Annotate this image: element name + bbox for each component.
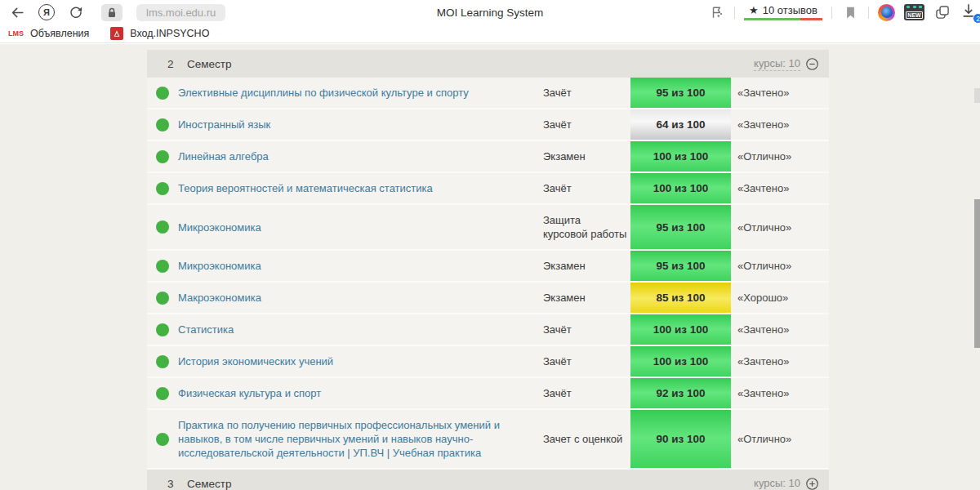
status-cell (147, 251, 178, 281)
grade-text: «Отлично» (731, 141, 829, 172)
course-name-cell: Теория вероятностей и математическая ста… (178, 173, 543, 203)
status-cell (147, 78, 178, 108)
course-row: История экономических учений Зачёт 100 и… (147, 346, 829, 378)
status-cell (147, 173, 178, 203)
course-link[interactable]: Практика по получению первичных професси… (178, 418, 523, 460)
score-badge: 100 из 100 (630, 173, 731, 203)
grade-text: «Зачтено» (731, 378, 829, 408)
course-name-cell: Микроэкономика (178, 251, 543, 281)
course-name-cell: Элективные дисциплины по физической куль… (178, 78, 543, 108)
score-badge: 100 из 100 (630, 314, 731, 345)
status-cell (147, 378, 178, 408)
expand-section-icon[interactable] (805, 477, 819, 490)
course-row: Линейная алгебра Экзамен 100 из 100 «Отл… (147, 141, 829, 173)
course-name-cell: Физическая культура и спорт (178, 378, 543, 408)
bookmark-flag-button[interactable] (841, 3, 859, 21)
bookmark-icon (844, 6, 857, 20)
course-name-cell: Иностранный язык (178, 109, 543, 140)
course-row: Статистика Зачёт 100 из 100 «Зачтено» (147, 314, 829, 346)
course-link[interactable]: Статистика (178, 323, 234, 336)
extension-video-new-icon[interactable]: NEW (904, 4, 924, 20)
grade-text: «Зачтено» (731, 109, 829, 140)
score-badge: 100 из 100 (630, 346, 731, 376)
grade-text: «Зачтено» (731, 173, 829, 203)
assessment-type: Зачёт (543, 78, 630, 108)
status-cell (147, 205, 178, 249)
scrollbar-top-segment[interactable] (974, 88, 980, 103)
course-link[interactable]: Иностранный язык (178, 118, 270, 131)
back-button[interactable] (8, 3, 26, 21)
bookmark-item-announcements[interactable]: LMS Объявления (8, 28, 89, 39)
course-link[interactable]: История экономических учений (178, 354, 333, 368)
status-dot-icon (156, 260, 169, 273)
status-cell (147, 283, 178, 313)
semester-grades-panel: 2 Семестр курсы: 10 Элективные дисциплин… (147, 50, 829, 490)
grade-text: «Отлично» (731, 205, 829, 249)
course-name-cell: История экономических учений (178, 346, 543, 376)
status-dot-icon (156, 292, 169, 305)
assessment-type: Экзамен (543, 141, 630, 172)
semester-title: Семестр (187, 58, 754, 70)
new-badge: NEW (906, 11, 922, 19)
yandex-logo-icon: Я (38, 4, 55, 20)
course-link[interactable]: Элективные дисциплины по физической куль… (178, 86, 469, 100)
collapse-section-icon[interactable] (805, 57, 819, 71)
course-link[interactable]: Макроэкономика (178, 291, 261, 305)
status-dot-icon (156, 355, 169, 368)
assessment-type: Зачёт (543, 173, 630, 203)
score-badge: 100 из 100 (630, 141, 731, 172)
score-badge: 92 из 100 (630, 378, 731, 408)
courses-count-link[interactable]: курсы: 10 (754, 57, 800, 71)
bookmarks-bar: LMS Объявления Вход.INPSYCHO (0, 24, 980, 43)
status-dot-icon (156, 387, 169, 400)
status-dot-icon (156, 87, 169, 100)
toolbar-separator (734, 7, 735, 19)
lms-page: 2 Семестр курсы: 10 Элективные дисциплин… (0, 44, 980, 490)
downloads-button[interactable]: 2 (960, 2, 980, 22)
reviews-count: 10 отзывов (763, 4, 817, 16)
semester-number: 3 (167, 478, 179, 490)
course-name-cell: Микроэкономика (178, 205, 543, 249)
grade-text: «Зачтено» (731, 78, 829, 108)
semester-number: 2 (167, 58, 179, 70)
yandex-menu-button[interactable]: Я (38, 3, 56, 21)
tabs-button[interactable] (933, 3, 951, 21)
course-link[interactable]: Линейная алгебра (178, 149, 269, 163)
score-badge: 85 из 100 (630, 283, 731, 313)
course-row: Теория вероятностей и математическая ста… (147, 173, 829, 205)
course-row: Физическая культура и спорт Зачёт 92 из … (147, 378, 829, 410)
lms-favicon-icon: LMS (8, 29, 24, 38)
course-link[interactable]: Теория вероятностей и математическая ста… (178, 181, 433, 195)
star-icon: ★ (749, 4, 759, 16)
course-name-cell: Статистика (178, 314, 543, 345)
status-dot-icon (156, 118, 169, 131)
bookmark-item-inpsycho[interactable]: Вход.INPSYCHO (110, 27, 209, 40)
toolbar-separator (868, 7, 869, 19)
score-badge: 95 из 100 (630, 205, 731, 249)
extension-color-sphere-icon[interactable] (878, 4, 895, 21)
course-row: Микроэкономика Защита курсовой работы 95… (147, 205, 829, 251)
score-badge: 90 из 100 (630, 410, 731, 468)
grade-text: «Хорошо» (731, 283, 829, 313)
assessment-type: Зачёт (543, 314, 630, 345)
status-cell (147, 346, 178, 376)
score-badge: 95 из 100 (630, 78, 731, 108)
address-bar[interactable]: lms.moi.edu.ru (136, 4, 225, 21)
course-link[interactable]: Физическая культура и спорт (178, 386, 321, 400)
courses-count-link[interactable]: курсы: 10 (754, 477, 800, 490)
scrollbar-thumb[interactable] (974, 199, 980, 348)
reviews-rating-bar (744, 18, 822, 20)
assessment-type: Зачёт (543, 109, 630, 140)
refresh-button[interactable] (67, 3, 85, 21)
downloads-count-badge: 2 (973, 13, 980, 24)
grade-text: «Отлично» (731, 251, 829, 281)
course-name-cell: Практика по получению первичных професси… (178, 410, 543, 468)
course-link[interactable]: Микроэкономика (178, 259, 261, 273)
semester-header-2: 2 Семестр курсы: 10 (147, 50, 829, 78)
ssl-lock-button[interactable] (101, 4, 122, 21)
site-reviews-button[interactable]: ★ 10 отзывов (744, 4, 822, 20)
course-row: Практика по получению первичных професси… (147, 410, 829, 470)
tabs-icon (934, 4, 951, 20)
course-link[interactable]: Микроэкономика (178, 220, 261, 234)
protect-icon[interactable] (707, 3, 725, 21)
